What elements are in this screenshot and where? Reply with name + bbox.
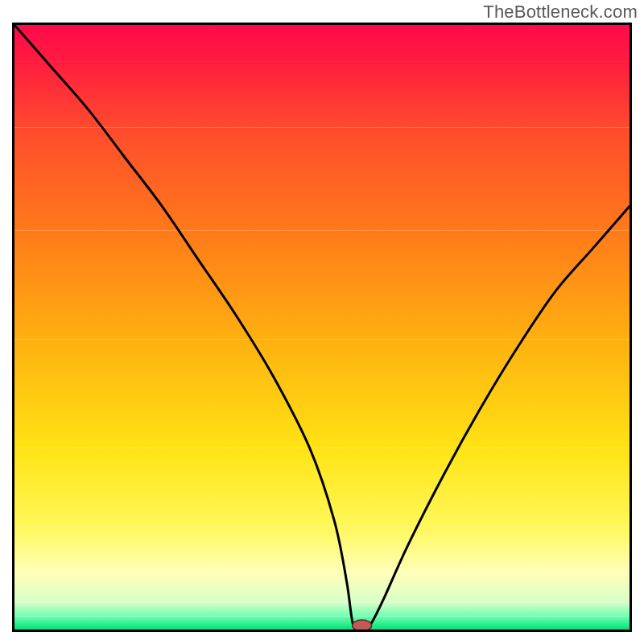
bottleneck-curve xyxy=(14,25,630,630)
chart-stage: TheBottleneck.com xyxy=(0,0,644,644)
chart-curve-layer xyxy=(14,25,630,630)
minimum-marker xyxy=(353,620,372,630)
plot-frame xyxy=(12,23,632,632)
watermark-text: TheBottleneck.com xyxy=(483,2,638,23)
